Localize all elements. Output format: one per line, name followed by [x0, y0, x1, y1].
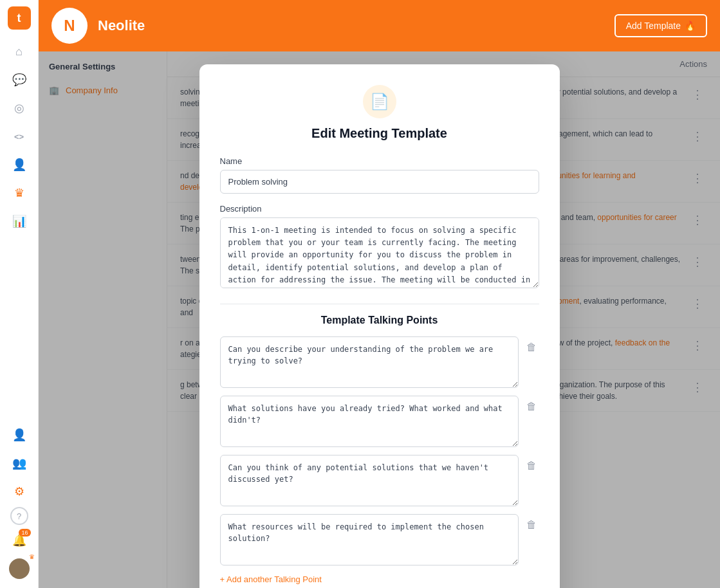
user-avatar-container[interactable]: ♛: [6, 556, 32, 582]
section-divider: [220, 304, 539, 304]
talking-point-input-3[interactable]: [220, 455, 519, 506]
sidebar-item-chat[interactable]: 💬: [6, 67, 32, 93]
app-logo[interactable]: t: [8, 6, 31, 30]
add-talking-point-link[interactable]: + Add another Talking Point: [220, 574, 322, 584]
sidebar: t ⌂ 💬 ◎ <> 👤 ♛ 📊 👤 👥 ⚙ ? 🔔 16 ♛: [0, 0, 39, 588]
add-template-label: Add Template: [626, 21, 681, 31]
modal-title: Edit Meeting Template: [220, 126, 539, 141]
company-name: Neolite: [98, 17, 145, 34]
page-header: N Neolite Add Template 🔥: [39, 0, 720, 51]
sidebar-item-help[interactable]: ?: [10, 507, 28, 525]
talking-point-input-1[interactable]: [220, 336, 519, 388]
modal-overlay: 📄 Edit Meeting Template Name Description…: [39, 51, 720, 588]
content-wrapper: General Settings 🏢 Company Info Actions …: [39, 51, 720, 588]
user-avatar: [9, 558, 30, 579]
talking-point-row-2: 🗑: [220, 396, 539, 447]
sidebar-item-notifications[interactable]: 🔔 16: [6, 528, 32, 553]
name-input[interactable]: [220, 170, 539, 194]
edit-template-modal: 📄 Edit Meeting Template Name Description…: [199, 64, 560, 588]
sidebar-item-users[interactable]: 👤: [6, 152, 32, 178]
sidebar-item-group[interactable]: 👥: [6, 450, 32, 476]
modal-icon-circle: 📄: [363, 85, 396, 118]
add-template-button[interactable]: Add Template 🔥: [614, 14, 707, 37]
talking-point-row-1: 🗑: [220, 336, 539, 388]
fire-icon: 🔥: [685, 21, 696, 31]
sidebar-item-circle[interactable]: ◎: [6, 95, 32, 121]
document-icon: 📄: [370, 93, 389, 111]
description-label: Description: [220, 204, 539, 214]
description-field-group: Description: [220, 204, 539, 291]
description-textarea[interactable]: [220, 217, 539, 288]
crown-icon: ♛: [29, 553, 35, 560]
name-label: Name: [220, 156, 539, 166]
sidebar-item-chart[interactable]: 📊: [6, 208, 32, 234]
notification-count: 16: [19, 529, 30, 537]
delete-talking-point-3[interactable]: 🗑: [524, 457, 539, 474]
talking-point-input-4[interactable]: [220, 514, 519, 565]
sidebar-item-settings[interactable]: ⚙: [6, 479, 32, 504]
talking-point-row-4: 🗑: [220, 514, 539, 565]
delete-talking-point-1[interactable]: 🗑: [524, 339, 539, 356]
talking-points-title: Template Talking Points: [220, 315, 539, 326]
sidebar-item-code[interactable]: <>: [6, 124, 32, 149]
main-content: N Neolite Add Template 🔥 General Setting…: [39, 0, 720, 588]
modal-icon-container: 📄: [220, 85, 539, 118]
name-field-group: Name: [220, 156, 539, 194]
sidebar-item-person[interactable]: 👤: [6, 422, 32, 448]
delete-talking-point-2[interactable]: 🗑: [524, 398, 539, 415]
talking-point-row-3: 🗑: [220, 455, 539, 506]
sidebar-item-home[interactable]: ⌂: [6, 39, 32, 64]
talking-point-input-2[interactable]: [220, 396, 519, 447]
company-avatar: N: [51, 8, 88, 44]
sidebar-item-crown[interactable]: ♛: [6, 180, 32, 206]
delete-talking-point-4[interactable]: 🗑: [524, 517, 539, 533]
